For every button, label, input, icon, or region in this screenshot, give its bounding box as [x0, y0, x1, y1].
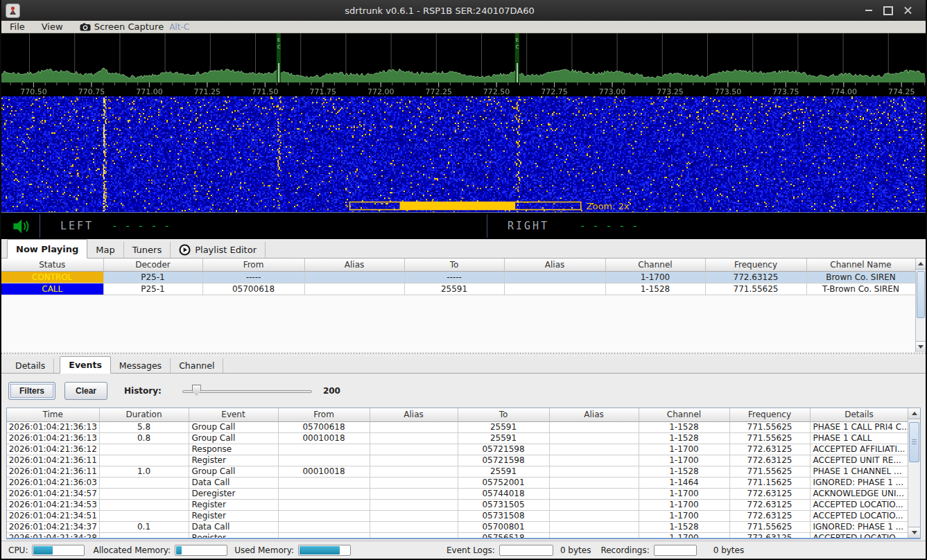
spectrum-display[interactable] [1, 33, 926, 82]
scrollbar-down-button[interactable] [916, 341, 926, 352]
cell: 2026:01:04:21:36:03 [7, 477, 99, 488]
audio-right-value: - - - - - [580, 220, 639, 231]
cell: 1-1700 [639, 510, 729, 521]
window-title: sdrtrunk v0.6.1 - RSP1B SER:240107DA60 [20, 6, 859, 16]
event-row[interactable]: 2026:01:04:21:36:03Data Call057520011-14… [7, 477, 908, 488]
tab-label: Now Playing [16, 244, 78, 254]
events-scrollbar[interactable] [908, 408, 920, 538]
arrow-down-icon [918, 345, 924, 349]
column-header[interactable]: Duration [99, 408, 189, 421]
event-logs-size: 0 bytes [560, 545, 591, 555]
cell: PHASE 1 CALL PRI4 C... [810, 421, 908, 432]
event-row[interactable]: 2026:01:04:21:34:28Register057565181-170… [7, 532, 908, 539]
now-playing-row[interactable]: CONTROLP25-1----------1-1700772.63125Bro… [1, 271, 915, 283]
tab-events[interactable]: Events [60, 356, 110, 374]
column-header[interactable]: Time [7, 408, 99, 421]
tab-label: Playlist Editor [195, 245, 257, 255]
speaker-icon[interactable] [11, 217, 30, 236]
tab-playlist-editor[interactable]: Playlist Editor [171, 242, 266, 258]
column-header[interactable]: Channel [605, 259, 705, 271]
cell: 772.63125 [729, 455, 810, 466]
history-slider[interactable] [182, 385, 312, 397]
cell [99, 488, 189, 499]
cell: 2026:01:04:21:36:11 [7, 466, 99, 477]
event-logs-label: Event Logs: [447, 545, 495, 555]
column-header[interactable]: From [278, 408, 370, 421]
column-header[interactable]: Alias [504, 259, 605, 271]
column-header[interactable]: Details [810, 408, 908, 421]
column-header[interactable]: Alias [370, 408, 458, 421]
column-header[interactable]: Decoder [103, 259, 202, 271]
recordings-label: Recordings: [600, 545, 649, 555]
event-row[interactable]: 2026:01:04:21:34:370.1Data Call057008011… [7, 521, 908, 532]
cell [278, 510, 370, 521]
scrollbar-up-button[interactable] [916, 259, 926, 270]
tab-label: Tuners [132, 245, 162, 255]
event-row[interactable]: 2026:01:04:21:36:135.8Group Call05700618… [7, 421, 908, 432]
used-memory-progress [298, 545, 351, 556]
cell: 771.55625 [705, 283, 806, 295]
cell [99, 510, 189, 521]
cell [370, 499, 458, 510]
tab-details[interactable]: Details [7, 358, 54, 373]
scrollbar-down-button[interactable] [908, 527, 920, 538]
status-badge: CALL [1, 283, 103, 295]
main-tab-strip: Now Playing Map Tuners Playlist Editor [1, 239, 926, 259]
minimize-button[interactable] [859, 3, 878, 18]
arrow-up-icon [912, 412, 917, 415]
cell [99, 455, 189, 466]
tab-messages[interactable]: Messages [111, 358, 171, 373]
camera-icon [80, 23, 91, 31]
history-slider-track[interactable] [182, 390, 312, 393]
cell [549, 488, 639, 499]
column-header[interactable]: Alias [304, 259, 404, 271]
cell: 00010018 [278, 466, 370, 477]
status-badge: CONTROL [1, 271, 103, 283]
column-header[interactable]: Frequency [729, 408, 810, 421]
column-header[interactable]: Frequency [705, 259, 806, 271]
now-playing-scrollbar[interactable] [915, 259, 926, 352]
event-row[interactable]: 2026:01:04:21:34:53Register057315051-170… [7, 499, 908, 510]
column-header[interactable]: From [202, 259, 304, 271]
history-slider-thumb[interactable] [192, 385, 201, 396]
frequency-scale[interactable] [1, 82, 926, 96]
menu-screen-capture-label: Screen Capture [94, 21, 164, 32]
cell: ACCEPTED LOCATIO... [810, 532, 908, 539]
clear-button[interactable]: Clear [64, 382, 107, 400]
split-divider[interactable] [1, 352, 926, 356]
tab-channel[interactable]: Channel [171, 358, 223, 373]
menu-file[interactable]: File [10, 21, 25, 32]
used-progress-fill [300, 546, 340, 554]
cell: ACCEPTED UNIT RE... [810, 455, 908, 466]
column-header[interactable]: Status [1, 259, 103, 271]
scrollbar-up-button[interactable] [908, 408, 920, 419]
cell [370, 521, 458, 532]
column-header[interactable]: Event [189, 408, 278, 421]
waterfall-display[interactable] [1, 96, 926, 212]
tab-now-playing[interactable]: Now Playing [7, 239, 87, 259]
event-row[interactable]: 2026:01:04:21:36:111.0Group Call00010018… [7, 466, 908, 477]
event-row[interactable]: 2026:01:04:21:34:51Register057315081-170… [7, 510, 908, 521]
event-row[interactable]: 2026:01:04:21:36:11Register057215981-170… [7, 455, 908, 466]
menu-screen-capture[interactable]: Screen Capture Alt-C [80, 21, 189, 32]
column-header[interactable]: To [404, 259, 504, 271]
event-row[interactable]: 2026:01:04:21:36:130.8Group Call00010018… [7, 432, 908, 444]
column-header[interactable]: Channel Name [806, 259, 915, 271]
filters-button[interactable]: Filters [8, 382, 55, 400]
maximize-button[interactable] [878, 3, 898, 18]
column-header[interactable]: Alias [549, 408, 639, 421]
scrollbar-thumb[interactable] [909, 422, 919, 462]
now-playing-row[interactable]: CALLP25-105700618255911-1528771.55625T-B… [1, 283, 915, 295]
event-row[interactable]: 2026:01:04:21:36:12Response057215981-170… [7, 444, 908, 455]
cell: 1-1700 [639, 488, 729, 499]
event-row[interactable]: 2026:01:04:21:34:57Deregister057440181-1… [7, 488, 908, 499]
tab-map[interactable]: Map [87, 242, 123, 258]
scrollbar-thumb[interactable] [917, 271, 925, 318]
menu-view[interactable]: View [42, 21, 63, 32]
cell: 2026:01:04:21:36:12 [7, 444, 99, 455]
cell: Register [189, 455, 278, 466]
close-button[interactable] [898, 3, 917, 18]
column-header[interactable]: Channel [639, 408, 729, 421]
column-header[interactable]: To [458, 408, 549, 421]
tab-tuners[interactable]: Tuners [124, 242, 171, 258]
